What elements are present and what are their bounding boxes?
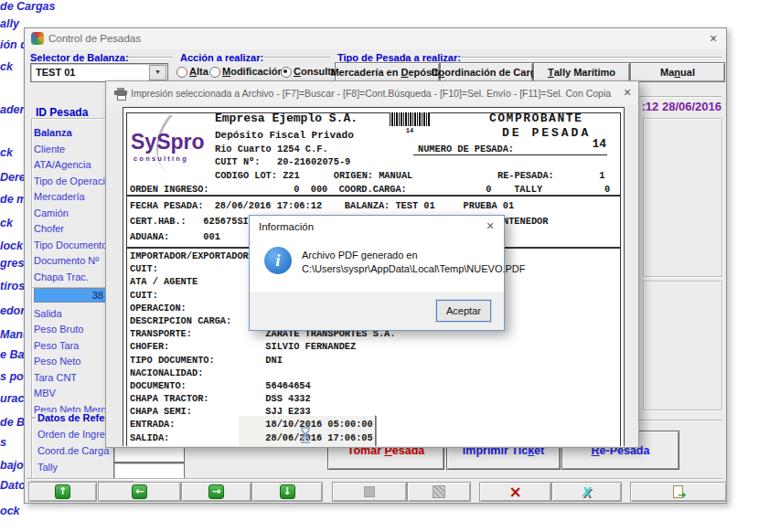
sidebar-group1: Balanza Cliente ATA/Agencia Tipo de Oper… xyxy=(34,127,116,287)
arrow-right-icon: → xyxy=(208,484,224,499)
sidebar-item[interactable]: Coord.de Carga xyxy=(37,445,116,462)
divider xyxy=(460,57,722,59)
background-link-fragment[interactable]: tiros xyxy=(0,280,25,293)
radio-alta[interactable] xyxy=(176,67,187,78)
sidebar-item[interactable]: Tipo de Operación xyxy=(34,176,116,192)
dialog-title: Información xyxy=(259,221,314,232)
orden-ingreso-line: ORDEN INGRESO: 0 000 COORD.CARGA: 0 TALL… xyxy=(130,184,610,195)
coord-carga-input[interactable] xyxy=(113,446,185,463)
toolbar-next-button[interactable]: → xyxy=(181,482,251,502)
toolbar-blank-button[interactable] xyxy=(332,482,407,502)
sidebar-item[interactable]: Chofer xyxy=(34,223,116,239)
entrada-selected-value[interactable]: 38 xyxy=(34,288,108,303)
company-address: Rio Cuarto 1254 C.F. xyxy=(215,144,328,154)
app-icon xyxy=(31,32,44,45)
main-window-title: Control de Pesadas xyxy=(48,33,141,44)
doc-detail-row: NACIONALIDAD: xyxy=(130,367,395,380)
background-link-fragment[interactable]: s xyxy=(0,436,6,449)
doc-detail-row: CHAPA TRACTOR: DSS 4332 xyxy=(130,393,395,406)
sidebar-item[interactable]: Tipo Documento xyxy=(34,239,116,256)
toolbar-delete-button[interactable]: × xyxy=(479,482,551,502)
doc-detail-row: DOCUMENTO: 56464654 xyxy=(130,380,395,393)
background-link-fragment[interactable]: ck xyxy=(0,146,13,159)
main-titlebar: Control de Pesadas × xyxy=(25,28,726,49)
sidebar-item[interactable]: ATA/Agencia xyxy=(34,159,116,176)
close-icon[interactable]: × xyxy=(619,86,636,101)
toolbar-last-button[interactable]: ↓ xyxy=(251,482,323,502)
numero-pesada-label: NUMERO DE PESADA: xyxy=(418,144,514,154)
current-datetime: 28/06/2016 17:06:12 xyxy=(643,100,722,115)
arrow-up-icon: ↑ xyxy=(55,484,70,499)
mercaderia-deposito-button[interactable]: Mercadería en Depósito xyxy=(335,62,440,82)
sidebar-item[interactable]: Tally xyxy=(37,462,116,478)
toolbar-blank2-button[interactable] xyxy=(407,482,471,502)
syspro-logo: SySpro consulting xyxy=(129,115,209,176)
right-panel-top xyxy=(643,118,722,277)
balanza-combobox-value: TEST 01 xyxy=(36,67,75,78)
close-icon[interactable]: × xyxy=(705,32,722,47)
toolbar-export-button[interactable]: ➔ xyxy=(630,482,727,502)
disabled-square-icon xyxy=(364,486,375,497)
sidebar-item[interactable]: Documento Nº xyxy=(34,255,116,271)
excel-icon: X xyxy=(583,485,591,498)
background-link-fragment[interactable]: ock xyxy=(0,505,20,517)
delete-x-icon: × xyxy=(508,484,521,500)
balanza-combobox[interactable]: TEST 01 ▼ xyxy=(30,63,168,82)
comprobante-title1: COMPROBANTE xyxy=(489,112,583,125)
cuit-line: CUIT Nº: 20-21602075-9 xyxy=(215,156,350,167)
right-panel-bottom xyxy=(643,281,722,410)
radio-modificacion-label: Modificación xyxy=(222,66,283,77)
doc-detail-row: TIPO DOCUMENTO: DNI xyxy=(130,355,395,367)
company-name: Empresa Ejemplo S.A. xyxy=(215,112,358,125)
divider xyxy=(27,478,722,480)
info-dialog: Información × i Archivo PDF generado en … xyxy=(249,215,505,331)
doc-detail-row: SALIDA: 28/06/2016 17:06:05 xyxy=(130,432,395,445)
codigo-lot-line: CODIGO LOT: Z21 ORIGEN: MANUAL RE-PESADA… xyxy=(215,170,604,181)
toolbar-prev-button[interactable]: ← xyxy=(98,482,181,502)
fecha-pesada-line: FECHA PESADA: 28/06/2016 17:06:12 BALANZ… xyxy=(130,200,514,211)
aceptar-button[interactable]: Aceptar xyxy=(436,300,491,322)
busy-cursor-icon xyxy=(299,427,312,443)
background-link-fragment[interactable]: ck xyxy=(0,217,13,229)
logo-text: SySpro xyxy=(131,130,205,154)
sidebar-item[interactable]: Orden de Ingreso xyxy=(37,429,116,445)
toolbar-first-button[interactable]: ↑ xyxy=(28,482,97,502)
sidebar-item[interactable]: Cliente xyxy=(34,144,116,160)
background-link-fragment[interactable]: de Cargas xyxy=(0,0,55,13)
tally-maritimo-button[interactable]: Tally Marítimo xyxy=(533,62,630,82)
close-icon[interactable]: × xyxy=(482,219,498,234)
sidebar-item[interactable]: Mercadería xyxy=(34,191,116,207)
selector-balanza-label: Selector de Balanza: xyxy=(30,52,129,63)
info-icon: i xyxy=(264,247,292,274)
barcode xyxy=(390,112,430,126)
background-link-fragment[interactable]: de m xyxy=(0,193,27,206)
radio-modificacion[interactable] xyxy=(209,67,220,78)
doc-detail-row: CHAPA SEMI: SJJ E233 xyxy=(130,406,395,419)
chevron-down-icon[interactable]: ▼ xyxy=(149,65,166,80)
company-sub: Depósito Fiscal Privado xyxy=(215,130,354,141)
background-link-fragment[interactable]: ally xyxy=(0,17,19,30)
background-link-fragment[interactable]: bajo xyxy=(0,459,24,472)
radio-consulta[interactable] xyxy=(281,67,292,78)
preview-title: Impresión seleccionada a Archivo - [F7]=… xyxy=(131,88,611,99)
background-link-fragment[interactable]: ck xyxy=(0,60,13,73)
id-pesada-header: ID Pesada xyxy=(36,106,88,119)
desktop: de Cargas ally ión d ck adería ck Derec … xyxy=(0,0,759,532)
sidebar-item[interactable]: Balanza xyxy=(34,127,116,144)
toolbar-excel-button[interactable]: X xyxy=(551,482,622,502)
disabled-dotted-icon xyxy=(433,485,445,498)
contenedor-fragment: NTENEDOR xyxy=(503,216,548,227)
sidebar-item[interactable]: Chapa Trac. xyxy=(34,271,116,288)
coordinacion-carga-button[interactable]: Coordinación de Carga xyxy=(440,62,533,82)
dialog-message-line2: C:\Users\syspr\AppData\Local\Temp\NUEVO.… xyxy=(302,263,526,274)
logo-subtext: consulting xyxy=(134,154,188,163)
manual-button[interactable]: Manual xyxy=(630,62,725,82)
sidebar-item[interactable]: Camión xyxy=(34,207,116,224)
doc-detail-row: CHOFER: SILVIO FERNANDEZ xyxy=(130,341,395,354)
divider xyxy=(264,57,330,59)
aduana-line: ADUANA: 001 xyxy=(130,231,220,242)
doc-rule xyxy=(413,154,607,155)
accion-label: Acción a realizar: xyxy=(180,52,263,63)
background-link-fragment[interactable]: lock xyxy=(0,239,23,252)
arrow-down-icon: ↓ xyxy=(280,484,295,499)
